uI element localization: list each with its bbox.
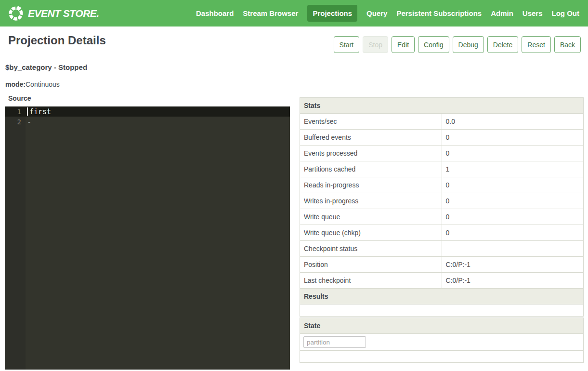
editor-line: 1 first bbox=[5, 106, 290, 117]
stat-value: 0 bbox=[442, 146, 584, 161]
stat-label: Events processed bbox=[300, 146, 442, 161]
stat-value: C:0/P:-1 bbox=[442, 257, 584, 273]
event-store-ring-arrow-icon bbox=[8, 5, 24, 22]
stat-value: 1 bbox=[442, 161, 584, 177]
table-row: Checkpoint status bbox=[300, 241, 584, 257]
mode-line: mode:Continuous bbox=[5, 80, 588, 88]
line-number: 1 bbox=[5, 108, 26, 116]
source-section: Source 1 first 2 - bbox=[5, 94, 290, 370]
state-table: State bbox=[300, 318, 584, 363]
nav-item-stream-browser[interactable]: Stream Browser bbox=[243, 5, 298, 22]
editor-line: 2 - bbox=[5, 117, 290, 127]
stat-label: Buffered events bbox=[300, 130, 442, 146]
reset-button[interactable]: Reset bbox=[522, 36, 551, 53]
start-button[interactable]: Start bbox=[334, 36, 360, 53]
nav-item-users[interactable]: Users bbox=[523, 5, 543, 22]
table-row: Writes in-progress 0 bbox=[300, 193, 584, 209]
code-editor[interactable]: 1 first 2 - bbox=[5, 106, 290, 370]
logo-text: EVENT STORE. bbox=[28, 8, 99, 19]
config-button[interactable]: Config bbox=[418, 36, 449, 53]
stat-value: 0 bbox=[442, 193, 584, 209]
stop-button[interactable]: Stop bbox=[363, 36, 388, 53]
state-header: State bbox=[300, 318, 584, 334]
top-nav-bar: EVENT STORE. Dashboard Stream Browser Pr… bbox=[0, 0, 588, 26]
edit-button[interactable]: Edit bbox=[392, 36, 415, 53]
state-empty-row bbox=[300, 351, 584, 363]
results-header: Results bbox=[300, 289, 584, 305]
results-empty-row bbox=[300, 305, 584, 317]
main-nav: Dashboard Stream Browser Projections Que… bbox=[196, 5, 579, 22]
nav-item-projections[interactable]: Projections bbox=[307, 5, 357, 22]
stat-label: Position bbox=[300, 257, 442, 273]
table-row: Write queue (chkp) 0 bbox=[300, 225, 584, 241]
stat-label: Checkpoint status bbox=[300, 241, 442, 257]
nav-item-admin[interactable]: Admin bbox=[491, 5, 513, 22]
stat-value: 0 bbox=[442, 177, 584, 193]
stat-label: Write queue (chkp) bbox=[300, 225, 442, 241]
details-section: Stats Events/sec 0.0 Buffered events 0 E… bbox=[300, 97, 584, 370]
code-text: - bbox=[26, 118, 31, 126]
stat-label: Partitions cached bbox=[300, 161, 442, 177]
stat-value: 0 bbox=[442, 225, 584, 241]
page-content: Projection Details Start Stop Edit Confi… bbox=[0, 26, 588, 370]
partition-input[interactable] bbox=[303, 336, 366, 348]
stats-table: Stats Events/sec 0.0 Buffered events 0 E… bbox=[300, 97, 584, 317]
main-columns: Source 1 first 2 - Stats Events/sec bbox=[5, 94, 588, 370]
table-row: Partitions cached 1 bbox=[300, 161, 584, 177]
line-number: 2 bbox=[5, 118, 26, 126]
stat-value: 0 bbox=[442, 209, 584, 225]
state-input-row bbox=[300, 334, 584, 351]
debug-button[interactable]: Debug bbox=[453, 36, 484, 53]
code-text: first bbox=[28, 107, 51, 116]
table-row: Buffered events 0 bbox=[300, 130, 584, 146]
projection-toolbar: Start Stop Edit Config Debug Delete Rese… bbox=[334, 36, 581, 53]
table-row: Last checkpoint C:0/P:-1 bbox=[300, 273, 584, 289]
nav-item-dashboard[interactable]: Dashboard bbox=[196, 5, 234, 22]
table-row: Position C:0/P:-1 bbox=[300, 257, 584, 273]
stat-label: Writes in-progress bbox=[300, 193, 442, 209]
event-store-logo: EVENT STORE. bbox=[8, 5, 99, 22]
nav-item-log-out[interactable]: Log Out bbox=[552, 5, 579, 22]
stat-value: C:0/P:-1 bbox=[442, 273, 584, 289]
stat-label: Events/sec bbox=[300, 114, 442, 130]
stat-label: Last checkpoint bbox=[300, 273, 442, 289]
table-row: Write queue 0 bbox=[300, 209, 584, 225]
stat-label: Write queue bbox=[300, 209, 442, 225]
title-row: Projection Details Start Stop Edit Confi… bbox=[0, 26, 588, 53]
nav-item-persistent-subscriptions[interactable]: Persistent Subscriptions bbox=[396, 5, 482, 22]
table-row: Events processed 0 bbox=[300, 146, 584, 161]
source-label: Source bbox=[8, 94, 290, 102]
stats-header: Stats bbox=[300, 98, 584, 114]
table-row: Events/sec 0.0 bbox=[300, 114, 584, 130]
back-button[interactable]: Back bbox=[554, 36, 581, 53]
nav-item-query[interactable]: Query bbox=[366, 5, 387, 22]
stat-value bbox=[442, 241, 584, 257]
projection-status-line: $by_category - Stopped bbox=[5, 63, 588, 71]
editor-gutter bbox=[5, 106, 26, 370]
delete-button[interactable]: Delete bbox=[487, 36, 518, 53]
stat-label: Reads in-progress bbox=[300, 177, 442, 193]
table-row: Reads in-progress 0 bbox=[300, 177, 584, 193]
mode-label: mode: bbox=[5, 80, 26, 88]
stat-value: 0.0 bbox=[442, 114, 584, 130]
mode-value: Continuous bbox=[26, 80, 60, 88]
stat-value: 0 bbox=[442, 130, 584, 146]
page-title: Projection Details bbox=[8, 34, 106, 47]
